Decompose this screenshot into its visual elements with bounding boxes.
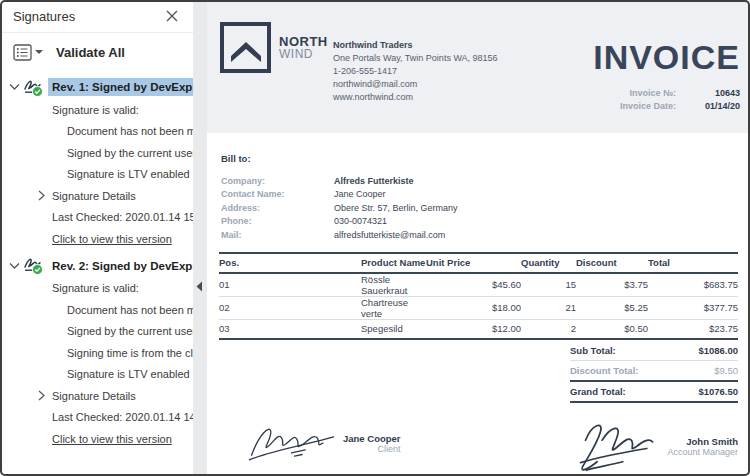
field-value: Jane Cooper [334, 189, 386, 199]
signer-role: Client [343, 444, 401, 454]
invoice-totals: Sub Total: $1086.00 Discount Total: $9.5… [570, 340, 738, 403]
table-header-row: Pos. Product Name Unit Price Quantity Di… [219, 253, 738, 273]
invoice-meta: Invoice №: 10643 Invoice Date: 01/14/20 [620, 87, 740, 113]
field-value: alfredsfutterkiste@mail.com [334, 230, 445, 240]
invoice-number-label: Invoice №: [629, 87, 676, 100]
invoice-date-value: 01/14/20 [676, 100, 740, 113]
discount-total-label: Discount Total: [570, 365, 638, 376]
bill-to-heading: Bill to: [219, 153, 738, 164]
grand-total-label: Grand Total: [570, 386, 626, 397]
collapse-panel-icon[interactable] [196, 278, 203, 296]
signatures-panel: Signatures Validate All [0, 0, 193, 476]
cell-total: $683.75 [648, 273, 738, 297]
cell-total: $377.75 [648, 296, 738, 319]
cell-product: Spegesild [361, 319, 426, 339]
subtotal-label: Sub Total: [570, 345, 616, 356]
revision-1-header[interactable]: Rev. 1: Signed by DevExpress [0, 75, 193, 99]
company-phone: 1-206-555-1417 [333, 65, 498, 78]
signature-detail-item: Signing time is from the cl [0, 342, 193, 364]
signature-status: Signature is valid: [0, 99, 193, 121]
cell-product: Rössle Sauerkraut [361, 273, 426, 297]
list-options-icon [13, 44, 32, 61]
signature-detail-item: Signed by the current user [0, 142, 193, 164]
validate-all-button[interactable]: Validate All [56, 45, 125, 60]
revision-1-title[interactable]: Rev. 1: Signed by DevExpress [48, 78, 193, 96]
revision-2-section: Rev. 2: Signed by DevExpress Signature i… [0, 254, 193, 450]
last-checked-text: Last Checked: 2020.01.14 14:5 [0, 407, 193, 429]
cell-discount: $5.25 [576, 296, 648, 319]
revision-1-section: Rev. 1: Signed by DevExpress Signature i… [0, 75, 193, 250]
cell-product: Chartreuse verte [361, 296, 426, 319]
field-label: Contact Name: [221, 189, 334, 199]
cell-total: $23.75 [648, 319, 738, 339]
pdf-page: NORTH WIND Northwind Traders One Portals… [207, 0, 750, 476]
field-label: Phone: [221, 216, 334, 226]
close-icon[interactable] [164, 8, 180, 24]
cell-unit-price: $12.00 [426, 319, 521, 339]
company-info: Northwind Traders One Portals Way, Twin … [333, 39, 498, 104]
signature-details-label: Signature Details [52, 190, 136, 202]
field-label: Address: [221, 203, 334, 213]
company-name: Northwind Traders [333, 39, 498, 52]
jane-cooper-signature-image [247, 417, 339, 469]
invoice-number-value: 10643 [676, 87, 740, 100]
column-header: Total [648, 253, 738, 273]
cell-unit-price: $18.00 [426, 296, 521, 319]
chevron-down-icon[interactable] [9, 262, 20, 270]
panel-resize-divider[interactable] [193, 0, 207, 476]
logo-text: NORTH WIND [279, 36, 328, 60]
cell-unit-price: $45.60 [426, 273, 521, 297]
signer-name: John Smith [667, 436, 738, 447]
signature-detail-item: Document has not been m [0, 299, 193, 321]
invoice-header-band: NORTH WIND Northwind Traders One Portals… [207, 0, 750, 133]
company-email: northwind@mail.com [333, 78, 498, 91]
panel-title: Signatures [13, 9, 75, 24]
bill-to-fields: Company: Alfreds Futterkiste Contact Nam… [219, 174, 738, 242]
cell-discount: $0.50 [576, 319, 648, 339]
signature-status: Signature is valid: [0, 278, 193, 300]
signature-details-expander[interactable]: Signature Details [0, 185, 193, 207]
signer-role: Account Manager [667, 447, 738, 457]
column-header: Product Name [361, 253, 426, 273]
cell-quantity: 15 [521, 273, 576, 297]
signature-detail-item: Signed by the current user [0, 321, 193, 343]
column-header: Discount [576, 253, 648, 273]
signature-detail-item: Document has not been m [0, 121, 193, 143]
signature-options-button[interactable] [13, 44, 43, 61]
table-row: 02 Chartreuse verte $18.00 21 $5.25 $377… [219, 296, 738, 319]
subtotal-value: $1086.00 [698, 345, 738, 356]
signature-details-label: Signature Details [52, 390, 136, 402]
view-version-link[interactable]: Click to view this version [52, 433, 172, 445]
signature-valid-icon [23, 256, 45, 275]
field-label: Company: [221, 176, 334, 186]
signature-detail-item: Signature is LTV enabled [0, 164, 193, 186]
grand-total-value: $1076.50 [698, 386, 738, 397]
chevron-right-icon [38, 190, 45, 201]
revision-2-title[interactable]: Rev. 2: Signed by DevExpress [48, 257, 193, 275]
cell-pos: 01 [219, 273, 361, 297]
table-row: 01 Rössle Sauerkraut $45.60 15 $3.75 $68… [219, 273, 738, 297]
chevron-down-icon[interactable] [9, 83, 20, 91]
view-version-link[interactable]: Click to view this version [52, 233, 172, 245]
chevron-right-icon [38, 390, 45, 401]
invoice-body: Bill to: Company: Alfreds Futterkiste Co… [207, 153, 750, 475]
revision-2-header[interactable]: Rev. 2: Signed by DevExpress [0, 254, 193, 278]
table-row: 03 Spegesild $12.00 2 $0.50 $23.75 [219, 319, 738, 339]
cell-pos: 03 [219, 319, 361, 339]
signatures-panel-header: Signatures [0, 0, 193, 33]
discount-total-value: $9.50 [714, 365, 738, 376]
column-header: Pos. [219, 253, 361, 273]
invoice-title: INVOICE [593, 38, 740, 77]
invoice-items-table: Pos. Product Name Unit Price Quantity Di… [219, 252, 738, 341]
northwind-logo-icon [220, 22, 271, 73]
field-value: 030-0074321 [334, 216, 387, 226]
signer-name: Jane Cooper [343, 433, 401, 444]
cell-discount: $3.75 [576, 273, 648, 297]
dropdown-caret-icon[interactable] [35, 50, 43, 54]
company-website: www.northwind.com [333, 91, 498, 104]
signature-details-expander[interactable]: Signature Details [0, 385, 193, 407]
cell-quantity: 2 [521, 319, 576, 339]
client-signature-block: Jane Cooper Client [247, 417, 401, 469]
column-header: Quantity [521, 253, 576, 273]
john-smith-signature-image [573, 417, 661, 475]
